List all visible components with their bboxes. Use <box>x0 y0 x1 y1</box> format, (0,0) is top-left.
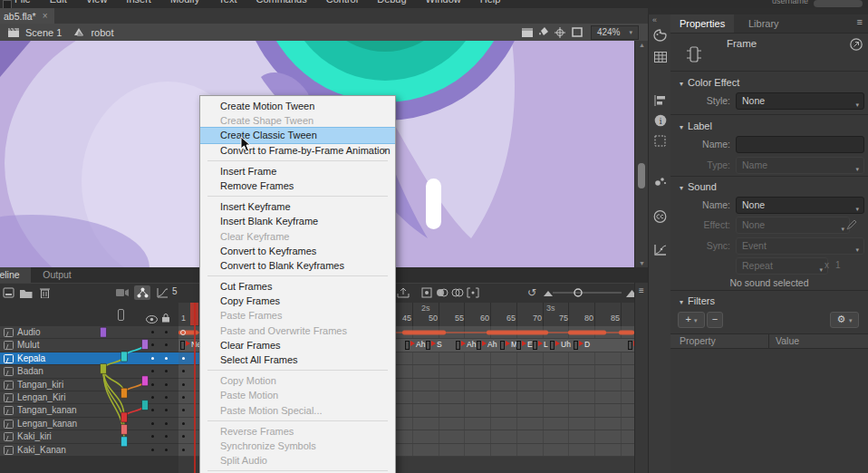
menu-item-synchronize-symbols[interactable]: Synchronize Symbols <box>200 439 395 453</box>
section-color-effect[interactable]: ▾Color Effect <box>680 77 739 88</box>
app-logo-icon[interactable] <box>3 0 12 8</box>
menubar-item-view[interactable]: View <box>86 0 108 5</box>
menubar-item-text[interactable]: Text <box>218 0 236 5</box>
layer-visibility-dot[interactable] <box>151 435 154 438</box>
menu-item-convert-to-keyframes[interactable]: Convert to Keyframes <box>200 244 395 258</box>
delete-layer-icon[interactable] <box>36 285 53 300</box>
layer-row-badan[interactable]: Badan <box>0 365 178 378</box>
layer-lock-dot[interactable] <box>165 449 168 451</box>
menu-item-create-motion-tween[interactable]: Create Motion Tween <box>200 99 395 113</box>
menu-item-select-all-frames[interactable]: Select All Frames <box>200 352 395 367</box>
center-stage-icon[interactable] <box>553 26 569 39</box>
menu-item-split-audio[interactable]: Split Audio <box>200 453 395 468</box>
layer-row-kaki-kanan[interactable]: Kaki_Kanan <box>0 444 178 457</box>
layer-visibility-dot[interactable] <box>151 449 154 451</box>
camera-icon[interactable] <box>114 285 130 300</box>
layer-lock-dot[interactable] <box>165 383 168 386</box>
layer-visibility-dot[interactable] <box>151 331 154 333</box>
publish-frames-icon[interactable] <box>395 285 411 300</box>
layer-parenting-icon[interactable] <box>134 285 150 300</box>
transform-panel-icon[interactable] <box>649 130 671 150</box>
menubar-item-control[interactable]: Control <box>326 0 358 5</box>
onion-skin-outlines-icon[interactable] <box>449 285 466 300</box>
menu-item-paste-motion-special[interactable]: Paste Motion Special... <box>200 403 395 418</box>
zoom-level-select[interactable]: 424% ▾ <box>591 25 639 40</box>
tab-output[interactable]: Output <box>33 267 82 283</box>
layer-row-tangan-kanan[interactable]: Tangan_kanan <box>0 404 178 417</box>
tab-timeline[interactable]: Timeline <box>0 267 31 283</box>
panel-menu-icon[interactable]: ≡ <box>639 285 644 295</box>
account-label[interactable]: username <box>772 0 808 5</box>
menu-item-clear-frames[interactable]: Clear Frames <box>200 338 395 352</box>
loop-icon[interactable]: ↺ <box>524 285 540 300</box>
timeline-scroll-gutter[interactable]: ≡ <box>634 283 649 473</box>
menubar-item-window[interactable]: Window <box>426 0 461 5</box>
keyframe-dot[interactable] <box>182 383 185 386</box>
menubar-item-edit[interactable]: Edit <box>50 0 67 5</box>
layer-lock-dot[interactable] <box>165 331 168 333</box>
menu-item-insert-keyframe[interactable]: Insert Keyframe <box>200 199 395 214</box>
new-folder-icon[interactable] <box>18 285 34 300</box>
layer-visibility-dot[interactable] <box>151 396 154 399</box>
scrollbar-thumb[interactable] <box>638 163 645 188</box>
symbol-breadcrumb[interactable]: robot <box>91 27 113 38</box>
eye-icon[interactable] <box>146 311 158 327</box>
tab-library[interactable]: Library <box>739 14 788 33</box>
document-tab[interactable]: ab5.fla* × <box>0 8 54 24</box>
info-panel-icon[interactable]: i <box>649 111 671 130</box>
add-filter-button[interactable]: + ▾ <box>678 312 705 328</box>
filter-options-gear-button[interactable]: ⚙ ▾ <box>830 312 859 328</box>
keyframe-dot[interactable] <box>182 409 185 411</box>
center-frame-icon[interactable] <box>419 285 435 300</box>
layer-row-kaki-kiri[interactable]: Kaki_kiri <box>0 430 178 443</box>
menu-item-copy-motion[interactable]: Copy Motion <box>200 373 395 388</box>
keyframe-dot[interactable] <box>182 449 185 451</box>
menubar-item-debug[interactable]: Debug <box>377 0 406 5</box>
layer-lock-dot[interactable] <box>165 396 168 399</box>
search-box[interactable] <box>814 0 863 7</box>
layer-lock-dot[interactable] <box>165 343 168 346</box>
scene-breadcrumb[interactable]: Scene 1 <box>25 27 62 38</box>
menu-item-paste-frames[interactable]: Paste Frames <box>200 308 395 323</box>
tab-properties[interactable]: Properties <box>670 14 734 33</box>
section-sound[interactable]: ▾Sound <box>680 181 717 192</box>
menu-item-insert-frame[interactable]: Insert Frame <box>200 164 395 179</box>
swatches-panel-icon[interactable] <box>649 47 671 67</box>
layer-lock-dot[interactable] <box>165 422 168 425</box>
menu-item-copy-frames[interactable]: Copy Frames <box>200 294 395 308</box>
keyframe-dot[interactable] <box>182 435 185 438</box>
layer-lock-dot[interactable] <box>165 357 168 360</box>
scroll-down-icon[interactable]: ▼ <box>639 260 645 266</box>
menu-item-create-shape-tween[interactable]: Create Shape Tween <box>200 113 395 128</box>
menubar-item-insert[interactable]: Insert <box>126 0 151 5</box>
layer-visibility-dot[interactable] <box>151 383 154 386</box>
camera-clapper-icon[interactable] <box>520 26 536 39</box>
layer-row-lengan-kanan[interactable]: Lengan_kanan <box>0 418 178 430</box>
lock-icon[interactable] <box>161 310 170 326</box>
brushes-panel-icon[interactable] <box>649 170 671 190</box>
align-panel-icon[interactable] <box>649 91 671 111</box>
help-arrow-icon[interactable] <box>850 38 863 53</box>
layer-lock-dot[interactable] <box>165 370 168 372</box>
label-name-input[interactable] <box>736 136 864 153</box>
layer-lock-dot[interactable] <box>165 435 168 438</box>
sound-name-select[interactable]: None▾ <box>736 197 864 214</box>
layer-visibility-dot[interactable] <box>151 370 154 372</box>
section-filters[interactable]: ▾Filters <box>680 295 715 306</box>
keyframe-dot[interactable] <box>182 357 185 360</box>
edit-multiple-frames-icon[interactable] <box>465 285 481 300</box>
cc-libraries-panel-icon[interactable] <box>649 207 671 227</box>
new-layer-icon[interactable] <box>0 285 16 300</box>
layer-visibility-dot[interactable] <box>151 357 154 360</box>
layer-row-lengan-kiri[interactable]: Lengan_Kiri <box>0 391 178 404</box>
section-label[interactable]: ▾Label <box>680 121 712 131</box>
motion-editor-panel-icon[interactable] <box>649 239 671 259</box>
layer-row-tangan-kiri[interactable]: Tangan_kiri <box>0 379 178 391</box>
timeline-zoom-slider[interactable] <box>553 285 622 300</box>
menu-item-cut-frames[interactable]: Cut Frames <box>200 279 395 294</box>
keyframe-dot[interactable] <box>182 422 185 425</box>
graph-editor-icon[interactable] <box>154 285 170 300</box>
menu-item-clear-keyframe[interactable]: Clear Keyframe <box>200 229 395 244</box>
stage-vertical-scrollbar[interactable]: ▲ ▼ <box>634 41 649 267</box>
menu-item-remove-frames[interactable]: Remove Frames <box>200 179 395 193</box>
